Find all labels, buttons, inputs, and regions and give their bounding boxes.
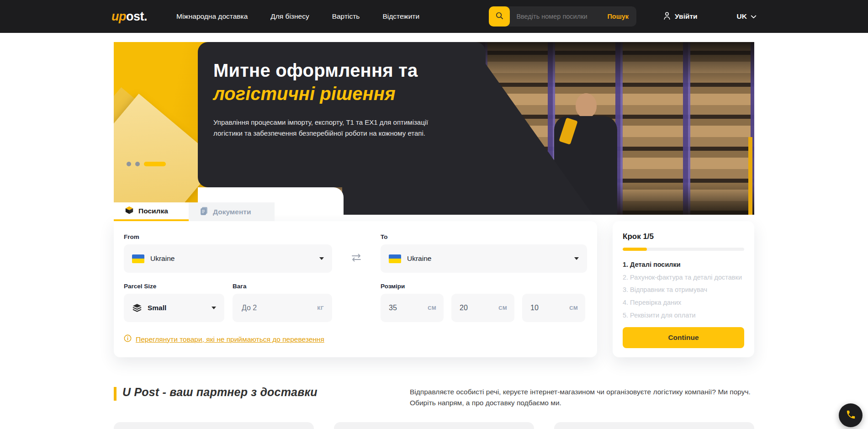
nav-links: Міжнародна доставка Для бізнесу Вартість…	[176, 12, 419, 21]
dimensions-label: Розміри	[381, 283, 587, 290]
parcel-size-value: Small	[148, 304, 166, 312]
step-item-2: 2. Рахунок-фактура та деталі доставки	[623, 273, 744, 281]
dimension-length-input[interactable]	[388, 303, 428, 312]
restricted-items-link[interactable]: Переглянути товари, які не приймаються д…	[124, 334, 324, 344]
hero-description: Управління процесами імпорту, експорту, …	[213, 117, 444, 139]
swap-arrows-icon	[350, 257, 362, 264]
dimension-unit: см	[498, 305, 507, 311]
shipment-form-card: From Ukraine To	[114, 221, 597, 357]
hero-carousel-slide-left	[114, 42, 210, 215]
direction-card[interactable]	[554, 422, 754, 429]
dimension-unit: см	[428, 305, 436, 311]
search-icon-button[interactable]	[489, 6, 510, 26]
from-country-select[interactable]: Ukraine	[124, 244, 332, 273]
user-icon	[663, 11, 671, 22]
partner-heading: U Post - ваш партнер з доставки	[122, 386, 318, 401]
nav-link-international-delivery[interactable]: Міжнародна доставка	[176, 12, 248, 21]
parcel-box-icon	[125, 206, 134, 217]
ukraine-flag-icon	[389, 254, 401, 263]
dimension-unit: см	[569, 305, 578, 311]
to-country-select[interactable]: Ukraine	[381, 244, 587, 273]
shipment-type-tabs: Посилка Документи	[114, 202, 754, 221]
step-item-4: 4. Перевірка даних	[623, 298, 744, 307]
documents-icon	[200, 207, 208, 217]
weight-input[interactable]	[241, 303, 317, 312]
tab-documents-label: Документи	[213, 208, 251, 216]
phone-icon	[846, 409, 856, 421]
to-country-value: Ukraine	[407, 254, 431, 263]
partner-description: Відправляєте особисті речі, керуєте інте…	[410, 386, 754, 408]
nav-link-for-business[interactable]: Для бізнесу	[270, 12, 309, 21]
logo-accent: up	[111, 10, 126, 23]
envelope-graphic	[114, 94, 210, 215]
language-code: UK	[737, 12, 747, 21]
worker-photo	[576, 93, 597, 118]
weight-label: Вага	[233, 283, 332, 290]
direction-cards-row	[114, 422, 754, 429]
hero-banner: Митне оформлення та логістичні рішення У…	[114, 42, 754, 215]
logo-rest: ost.	[126, 10, 147, 23]
language-selector[interactable]: UK	[737, 12, 757, 21]
swap-directions-button[interactable]	[349, 251, 364, 265]
parcel-size-label: Parcel Size	[124, 283, 224, 290]
caret-down-icon	[212, 307, 216, 309]
carousel-dot[interactable]	[135, 162, 140, 166]
progress-bar-fill	[623, 248, 647, 251]
login-button[interactable]: Увійти	[663, 11, 698, 22]
carousel-dot[interactable]	[127, 162, 131, 166]
step-item-1: 1. Деталі посилки	[623, 260, 744, 269]
step-item-5: 5. Реквізити для оплати	[623, 311, 744, 319]
navbar: upost. Міжнародна доставка Для бізнесу В…	[0, 0, 868, 33]
dimension-height-input[interactable]	[529, 303, 569, 312]
carousel-dot-active[interactable]	[144, 162, 166, 166]
direction-card[interactable]	[334, 422, 534, 429]
partner-section: U Post - ваш партнер з доставки Відправл…	[114, 386, 754, 408]
caret-down-icon	[319, 257, 324, 260]
heading-accent-bar	[114, 387, 116, 401]
from-label: From	[124, 233, 332, 240]
hero-title-line2: логістичні рішення	[213, 83, 478, 105]
step-item-3: 3. Відправник та отримувач	[623, 286, 744, 294]
nav-link-pricing[interactable]: Вартість	[332, 12, 360, 21]
tab-documents[interactable]: Документи	[189, 202, 275, 221]
continue-button[interactable]: Continue	[623, 327, 744, 348]
direction-card[interactable]	[114, 422, 314, 429]
tracking-number-input[interactable]	[510, 13, 599, 20]
tab-parcel[interactable]: Посилка	[114, 202, 189, 221]
steps-list: 1. Деталі посилки 2. Рахунок-фактура та …	[623, 260, 744, 319]
weight-unit: кг	[317, 305, 324, 311]
dimension-width-input[interactable]	[459, 303, 498, 312]
carousel-indicators	[127, 162, 166, 166]
ukraine-flag-icon	[132, 254, 144, 263]
phone-fab-button[interactable]	[839, 403, 863, 427]
info-icon	[124, 334, 132, 344]
tab-parcel-label: Посилка	[138, 207, 168, 215]
search-submit-button[interactable]: Пошук	[599, 13, 636, 20]
steps-panel: Крок 1/5 1. Деталі посилки 2. Рахунок-фа…	[613, 221, 754, 357]
caret-down-icon	[574, 257, 579, 260]
chevron-down-icon	[751, 12, 757, 21]
tracking-search: Пошук	[489, 6, 636, 26]
search-icon	[495, 11, 504, 21]
steps-title: Крок 1/5	[623, 232, 744, 241]
progress-bar	[623, 248, 744, 251]
hero-title-line1: Митне оформлення та	[213, 59, 478, 81]
from-country-value: Ukraine	[150, 254, 175, 263]
parcel-size-select[interactable]: Small	[124, 294, 224, 322]
login-label: Увійти	[675, 12, 698, 21]
parcel-box-icon	[132, 303, 142, 312]
nav-link-track[interactable]: Відстежити	[382, 12, 419, 21]
to-label: To	[381, 233, 587, 240]
logo[interactable]: upost.	[111, 10, 147, 24]
restricted-items-link-label: Переглянути товари, які не приймаються д…	[136, 335, 324, 344]
